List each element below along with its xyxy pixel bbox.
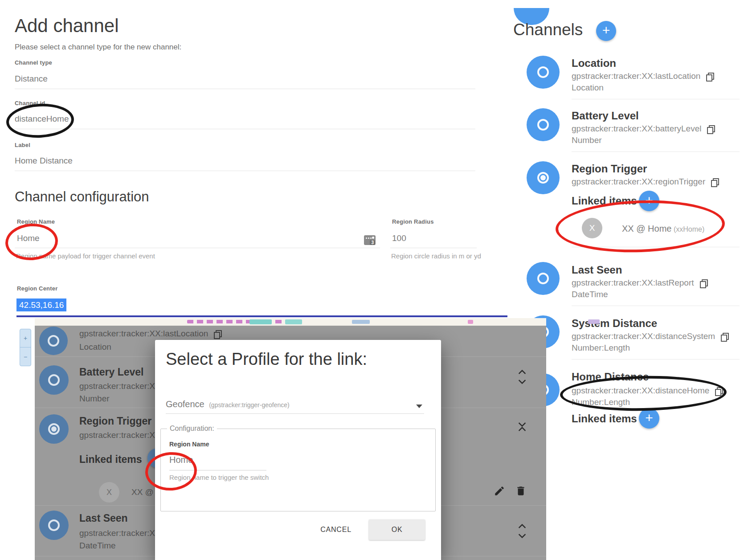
background-fragment <box>352 320 370 324</box>
channel-item-type: Number <box>572 135 602 145</box>
linked-items-label: Linked items <box>572 413 637 425</box>
channel-type-label: Channel type <box>15 59 52 66</box>
channel-id-row: gpstracker:tracker:XX:regionTrigger <box>572 177 718 187</box>
record-circle-icon <box>48 423 60 435</box>
channel-avatar-icon <box>527 56 560 89</box>
edit-icon[interactable] <box>494 485 505 497</box>
overlay-channel-type: DateTime <box>79 541 116 551</box>
cancel-button[interactable]: CANCEL <box>312 520 360 539</box>
dialog-title: Select a Profile for the link: <box>166 350 367 369</box>
channel-title: Battery Level <box>572 110 639 122</box>
channel-id-row: gpstracker:tracker:XX:batteryLevel <box>572 124 714 134</box>
channel-avatar-icon <box>527 161 560 194</box>
modal-region-name-underline <box>169 470 266 470</box>
unfold-more-icon[interactable] <box>519 371 525 383</box>
channel-avatar-icon <box>39 327 68 355</box>
background-content-strip <box>35 318 546 326</box>
unfold-less-icon[interactable] <box>519 421 525 433</box>
region-radius-input[interactable]: 100 <box>392 233 406 243</box>
list-divider <box>572 151 740 152</box>
app-screen: Add channel Please select a channel type… <box>0 0 744 560</box>
background-fragment <box>468 320 473 324</box>
add-linked-item-button[interactable] <box>639 408 659 429</box>
channel-avatar-icon <box>39 511 69 540</box>
region-name-label: Region Name <box>17 218 55 225</box>
copy-icon[interactable] <box>711 178 718 186</box>
add-linked-item-button[interactable] <box>639 191 659 211</box>
region-center-input[interactable]: 42.53,16.16 <box>16 300 66 310</box>
background-fragment <box>285 319 302 324</box>
channel-id-text: gpstracker:tracker:XX:lastReport <box>572 278 694 288</box>
profile-select[interactable]: Geofence (gpstracker:trigger-geofence) <box>166 399 290 409</box>
copy-icon[interactable] <box>715 387 722 395</box>
circle-icon <box>48 335 59 347</box>
page-subtitle: Please select a channel type for the new… <box>15 43 181 52</box>
channel-avatar-icon <box>39 414 69 444</box>
overlay-channel-title: Last Seen <box>79 512 128 524</box>
region-center-selected-text[interactable]: 42.53,16.16 <box>16 298 66 311</box>
profile-selected-hint: (gpstracker:trigger-geofence) <box>209 401 290 409</box>
list-divider <box>572 247 740 247</box>
overlay-linked-item-text: XX @ Home (xxHome) <box>131 487 155 497</box>
background-fragment <box>187 320 294 323</box>
overlay-channel-title: Battery Level <box>79 366 143 378</box>
channel-avatar-icon <box>39 365 69 395</box>
background-fragment <box>249 319 272 324</box>
delete-icon[interactable] <box>515 485 527 497</box>
overlay-channel-type: Location <box>79 342 111 352</box>
channel-title: Region Trigger <box>572 163 647 175</box>
profile-dialog: Select a Profile for the link: Geofence … <box>155 340 441 560</box>
channel-id-row: gpstracker:tracker:XX:distanceHome <box>572 386 722 396</box>
list-divider <box>572 306 740 306</box>
linked-items-label: Linked items <box>572 195 637 207</box>
copy-icon[interactable] <box>214 330 221 338</box>
circle-icon <box>537 119 549 131</box>
region-radius-helper: Region circle radius in m or yd <box>391 252 481 260</box>
channel-id-text: gpstracker:tracker:XX:batteryLevel <box>572 124 701 134</box>
channel-id-underline <box>15 129 475 129</box>
linked-item-text-row: XX @ Home (xxHome) <box>622 224 704 234</box>
modal-region-name-input[interactable]: Home <box>169 455 193 465</box>
linked-item-id: (xxHome) <box>674 225 704 233</box>
add-channel-button[interactable] <box>596 21 616 41</box>
channel-title: Location <box>572 57 616 69</box>
map-zoom-in-icon: + <box>20 329 31 347</box>
channel-title: System Distance <box>572 317 657 330</box>
overlay-channel-id: gpstracker:tracker:XX:lastLocation <box>79 329 221 339</box>
label-field-underline <box>15 171 475 171</box>
ok-button[interactable]: OK <box>369 519 425 540</box>
overlay-channel-id: gpstracker:tracker:XX:lastReport <box>79 528 155 538</box>
profile-selected-value[interactable]: Geofence <box>166 399 204 409</box>
channels-heading: Channels <box>513 20 583 39</box>
channel-id-text: gpstracker:tracker:XX:lastLocation <box>572 71 700 81</box>
label-field-input[interactable]: Home Distance <box>15 156 73 166</box>
overlay-channel-type: Number <box>79 394 110 404</box>
overlay-linked-items-label: Linked items <box>79 454 142 466</box>
map-zoom-out-icon: − <box>20 347 31 366</box>
channel-id-text: gpstracker:tracker:XX:distanceHome <box>572 386 709 396</box>
channel-id-row: gpstracker:tracker:XX:distanceSystem <box>572 331 728 341</box>
channel-id-row: gpstracker:tracker:XX:lastLocation <box>572 71 713 81</box>
channel-avatar-icon <box>527 262 560 295</box>
region-name-underline <box>15 248 380 248</box>
copy-icon[interactable] <box>700 279 707 287</box>
record-circle-icon <box>537 172 549 184</box>
config-heading: Channel configuration <box>15 189 149 205</box>
channel-type-value[interactable]: Distance <box>15 74 48 84</box>
region-radius-underline <box>390 248 477 248</box>
copy-icon[interactable] <box>706 73 713 80</box>
region-name-helper: Region name payload for trigger channel … <box>16 252 155 260</box>
numeric-keypad-icon[interactable] <box>364 235 376 245</box>
dropdown-arrow-icon[interactable] <box>416 405 422 408</box>
unfold-more-icon[interactable] <box>519 525 525 537</box>
region-center-label: Region Center <box>17 285 57 292</box>
copy-icon[interactable] <box>721 333 728 340</box>
item-avatar: X <box>582 218 602 238</box>
background-fragment <box>588 319 600 324</box>
channel-id-input[interactable]: distanceHome <box>15 114 69 124</box>
channel-id-label: Channel id <box>15 100 45 106</box>
page-title: Add channel <box>15 15 119 37</box>
copy-icon[interactable] <box>707 125 714 133</box>
region-name-input[interactable]: Home <box>17 233 40 243</box>
item-avatar: X <box>99 482 119 503</box>
